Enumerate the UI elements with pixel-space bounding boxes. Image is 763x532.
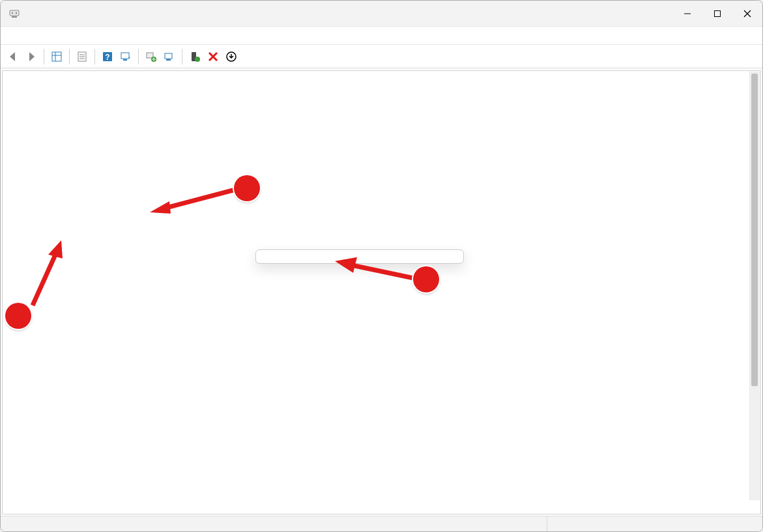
vertical-scrollbar[interactable] [749,72,760,500]
minimize-button[interactable] [672,1,702,27]
svg-text:?: ? [105,53,109,62]
svg-rect-5 [715,10,721,16]
close-button[interactable] [732,1,762,27]
disable-device-button[interactable] [205,48,222,65]
annotation-arrow-2 [26,240,72,312]
svg-line-26 [164,190,233,208]
svg-rect-1 [12,16,17,18]
help-button[interactable]: ? [99,48,116,65]
svg-rect-0 [10,10,19,16]
annotation-badge-1 [234,175,260,201]
content-area [1,68,762,516]
older-button[interactable] [223,48,240,65]
svg-rect-17 [121,53,129,59]
app-icon [8,8,20,20]
properties-button[interactable] [74,48,91,65]
annotation-arrow-3 [335,259,420,285]
scan-button[interactable] [117,48,134,65]
svg-point-2 [12,12,13,14]
device-manager-window: ? [0,0,763,532]
update-driver-button[interactable] [143,48,160,65]
svg-rect-22 [166,59,171,61]
maximize-button[interactable] [702,1,732,27]
scrollbar-thumb[interactable] [751,74,758,386]
svg-marker-29 [48,240,63,259]
forward-button[interactable] [23,48,40,65]
statusbar [1,516,762,531]
menubar [1,27,762,45]
svg-point-3 [16,12,17,14]
titlebar [1,1,762,27]
svg-rect-19 [147,53,153,58]
annotation-arrow-1 [150,189,241,215]
svg-rect-21 [165,53,172,59]
back-button[interactable] [5,48,22,65]
svg-line-28 [33,253,56,305]
annotation-badge-3 [413,266,439,292]
toolbar: ? [1,45,762,68]
svg-rect-8 [52,52,61,61]
svg-rect-18 [123,59,127,61]
show-hide-tree-button[interactable] [48,48,65,65]
svg-point-24 [195,57,200,62]
enable-device-button[interactable] [186,48,203,65]
annotation-badge-2 [5,303,31,329]
uninstall-device-button[interactable] [161,48,178,65]
svg-line-30 [351,265,413,278]
svg-marker-27 [150,201,171,214]
svg-marker-31 [335,257,357,273]
